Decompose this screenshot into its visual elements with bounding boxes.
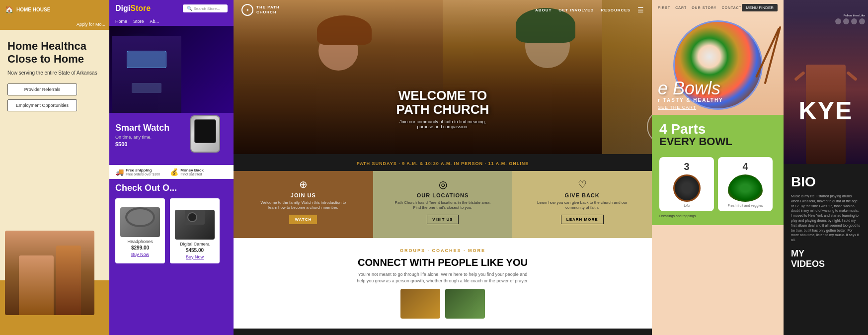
ingredient-3-number: 3 xyxy=(663,161,710,172)
church-logo-text: THE PATHCHURCH xyxy=(256,5,280,14)
bowls-brand: e Bowls xyxy=(658,80,723,97)
apply-text: Apply for Mo... xyxy=(77,22,105,27)
give-title: GIVE BACK xyxy=(520,192,644,198)
provider-referrals-button[interactable]: Provider Referrals xyxy=(7,84,77,95)
dressings-label: Dressings and toppings xyxy=(659,214,776,218)
search-icon: 🔍 xyxy=(187,6,192,11)
follow-text: Follow then Like xyxy=(835,14,865,17)
instagram-icon[interactable] xyxy=(851,18,857,24)
church-hero-subtitle: Join our community of faith to find mean… xyxy=(234,119,652,129)
nav-about[interactable]: ABOUT xyxy=(535,8,552,12)
vr-hand xyxy=(132,83,161,93)
church-connect: GROUPS · COACHES · MORE CONNECT WITH PEO… xyxy=(234,238,652,329)
products-grid: Headphones $299.00 Buy Now Digital Camer… xyxy=(115,198,228,263)
product-card-headphones: Headphones $299.00 Buy Now xyxy=(115,198,165,263)
search-bar[interactable]: 🔍 Search Store... xyxy=(183,4,228,12)
vr-headset xyxy=(127,51,166,68)
church-hero-left xyxy=(234,0,443,154)
nav-home[interactable]: Home xyxy=(115,19,127,24)
healthcare-header: 🏠 HOME HOUSE xyxy=(0,0,109,19)
vr-background xyxy=(109,26,234,113)
collage-container: 🏠 HOME HOUSE Apply for Mo... Home Health… xyxy=(0,0,868,335)
church-features: ⊕ JOIN US Welcome to the family. Watch t… xyxy=(234,171,652,238)
watch-button[interactable]: WATCH xyxy=(289,215,317,224)
visit-us-button[interactable]: VISIT US xyxy=(427,215,458,224)
bowls-nav-story[interactable]: OUR STORY xyxy=(692,6,716,9)
facebook-icon[interactable] xyxy=(843,18,849,24)
kye-person-photo xyxy=(784,15,868,164)
bowls-nav-cart[interactable]: CART xyxy=(675,6,687,9)
nav-get-involved[interactable]: GET INVOLVED xyxy=(558,8,594,12)
bio-title: BIO xyxy=(791,174,861,190)
nav-store[interactable]: Store xyxy=(133,19,144,24)
ingredient-3: 3 tofu xyxy=(659,157,714,211)
bowls-4parts: 4 Parts xyxy=(659,122,776,136)
church-hero-right xyxy=(443,0,652,154)
headphones-image xyxy=(120,207,160,237)
camera-body xyxy=(185,210,205,225)
give-desc: Learn how you can give back to the churc… xyxy=(520,200,644,211)
digistore-hero xyxy=(109,26,234,113)
locations-title: OUR LOCATIONS xyxy=(381,192,505,198)
smartwatch-body xyxy=(190,115,220,153)
connect-desc: You're not meant to go through life alon… xyxy=(343,271,542,284)
bowls-menu-btn[interactable]: MENU FINDER xyxy=(742,4,778,11)
healthcare-title: Home HealthcaClose to Home xyxy=(7,40,102,66)
digistore-nav: Home Store Ab... xyxy=(109,17,234,26)
church-welcome-overlay: WELCOME TOPATH CHURCH Join our community… xyxy=(234,88,652,129)
hamburger-icon[interactable]: ☰ xyxy=(637,6,644,14)
employment-button[interactable]: Employment Opportunities xyxy=(7,99,77,111)
kye-nav xyxy=(784,0,868,8)
twitter-icon[interactable] xyxy=(835,18,841,24)
healthcare-bottom xyxy=(0,231,109,335)
healthcare-content: Home HealthcaClose to Home Now serving t… xyxy=(0,30,109,125)
bowls-nav-contact[interactable]: CONTACT xyxy=(722,6,742,9)
camera-buy[interactable]: Buy Now xyxy=(174,254,216,259)
bowls-nav-first[interactable]: FIRST xyxy=(658,6,670,9)
feature-give: ♡ GIVE BACK Learn how you can give back … xyxy=(512,171,652,238)
nav-resources[interactable]: RESOURCES xyxy=(601,8,631,12)
digistore-header: DigiStore 🔍 Search Store... xyxy=(109,0,234,17)
connect-tag: GROUPS · COACHES · MORE xyxy=(243,248,642,253)
church-nav-links: ABOUT GET INVOLVED RESOURCES ☰ xyxy=(535,6,644,14)
join-desc: Welcome to the family. Watch this introd… xyxy=(241,200,366,211)
church-hero: ✦ THE PATHCHURCH ABOUT GET INVOLVED RESO… xyxy=(234,0,652,154)
locations-icon: ◎ xyxy=(381,178,505,190)
vr-person xyxy=(112,36,181,113)
youtube-icon[interactable] xyxy=(859,18,865,24)
money-icon: 💰 xyxy=(170,168,178,176)
checkout-section: Check Out O... Headphones $299.00 Buy No… xyxy=(109,179,234,267)
healthcare-subtitle: Now serving the entire State of Arkansas xyxy=(7,70,102,76)
nav-about[interactable]: Ab... xyxy=(150,19,159,24)
path-logo-inner: ✦ xyxy=(246,8,249,12)
kye-title-section: KYE xyxy=(784,98,868,123)
kye-top-section: Follow then Like KYE xyxy=(784,0,868,164)
smartwatch-container xyxy=(186,115,224,158)
join-icon: ⊕ xyxy=(241,178,366,190)
bowls-green-section: 4 Parts EVERY BOWL 3 tofu 4 Fresh fruit … xyxy=(652,115,784,225)
left-arm xyxy=(794,71,805,82)
panel-healthcare: 🏠 HOME HOUSE Apply for Mo... Home Health… xyxy=(0,0,109,335)
connect-img-1 xyxy=(400,289,440,319)
choir-overlay xyxy=(602,0,652,154)
free-shipping-subtext: Free orders over $100 xyxy=(126,172,160,176)
join-title: JOIN US xyxy=(241,192,366,198)
panel-bowls: FIRST CART OUR STORY CONTACT MENU FINDER… xyxy=(652,0,784,335)
right-arm xyxy=(846,71,858,82)
see-cart-link[interactable]: SEE THE CART xyxy=(658,105,723,110)
learn-more-button[interactable]: LEARN MORE xyxy=(561,215,604,224)
tofu-img xyxy=(673,174,701,202)
ingredient-4-label: Fresh fruit and veggies xyxy=(722,204,769,207)
money-back-subtext: If not satisfied xyxy=(180,172,204,176)
search-placeholder: Search Store... xyxy=(194,6,220,11)
camera-lens xyxy=(187,212,197,222)
bowls-hero: e Bowls r TASTY & HEALTHY SEE THE CART xyxy=(652,15,784,115)
path-logo-circle: ✦ xyxy=(241,4,253,16)
panel-church: ✦ THE PATHCHURCH ABOUT GET INVOLVED RESO… xyxy=(234,0,652,335)
camera-price: $455.00 xyxy=(174,248,216,253)
headphones-buy[interactable]: Buy Now xyxy=(119,252,161,257)
feature-join: ⊕ JOIN US Welcome to the family. Watch t… xyxy=(234,171,373,238)
kye-title: KYE xyxy=(784,98,868,123)
panel-digistore: DigiStore 🔍 Search Store... Home Store A… xyxy=(109,0,234,335)
panel-kye: Follow then Like KYE BIO Music is my lif… xyxy=(784,0,868,335)
